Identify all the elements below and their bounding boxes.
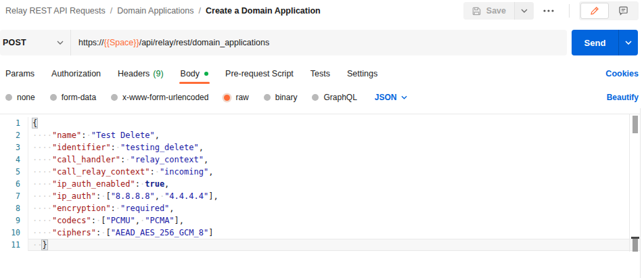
header-divider xyxy=(569,4,570,18)
method-selector[interactable]: POST xyxy=(0,30,70,55)
token-ws: ···· xyxy=(32,155,52,164)
cookies-link[interactable]: Cookies xyxy=(605,69,639,78)
matched-bracket: } xyxy=(42,240,47,250)
code-line[interactable]: ····"call_handler":·"relay_context", xyxy=(28,154,640,166)
body-type-binary[interactable]: binary xyxy=(264,93,298,102)
body-code-editor[interactable]: 1{2····"name":·"Test Delete",3····"ident… xyxy=(0,114,640,252)
tab-label: Pre-request Script xyxy=(225,69,294,78)
page-edge-divider xyxy=(640,108,641,278)
body-type-label: x-www-form-urlencoded xyxy=(122,93,208,102)
code-line[interactable]: ····"call_relay_context":·"incoming", xyxy=(28,166,640,178)
token-str: "testing_delete" xyxy=(120,143,199,152)
code-line[interactable]: { xyxy=(28,117,640,129)
line-number: 6 xyxy=(0,178,28,190)
tab-label: Tests xyxy=(310,69,330,78)
tab-label: Body xyxy=(181,69,200,78)
body-type-raw[interactable]: raw xyxy=(223,93,248,102)
documentation-edit-button[interactable] xyxy=(580,3,609,19)
token-punc: , xyxy=(204,155,208,164)
editor-line: 9····"codecs":·["PCMU",·"PCMA"], xyxy=(0,214,640,227)
body-type-label: form-data xyxy=(62,93,96,102)
body-type-options: noneform-datax-www-form-urlencodedrawbin… xyxy=(5,93,357,102)
comments-button[interactable] xyxy=(609,3,637,19)
token-str: "8.8.8.8" xyxy=(111,191,155,201)
token-str: "4.4.4.4" xyxy=(164,191,208,201)
code-line[interactable]: ··} xyxy=(28,239,640,251)
token-key: "name" xyxy=(52,131,81,140)
url-input[interactable]: https://{{Space}}/api/relay/rest/domain_… xyxy=(71,38,567,47)
token-key: "identifier" xyxy=(52,143,111,152)
code-line[interactable]: ····"codecs":·["PCMU",·"PCMA"], xyxy=(28,214,640,227)
line-number: 7 xyxy=(0,190,28,202)
line-number: 2 xyxy=(0,129,28,141)
code-line[interactable]: ····"ip_auth_enabled":·true, xyxy=(28,178,640,190)
tab-params[interactable]: Params xyxy=(5,63,34,85)
line-number: 5 xyxy=(0,166,28,178)
editor-line: 8····"encryption":·"required", xyxy=(0,202,640,214)
save-button[interactable]: Save xyxy=(463,2,514,20)
body-type-label: GraphQL xyxy=(323,93,356,102)
token-ws: ···· xyxy=(32,167,52,177)
tab-body[interactable]: Body xyxy=(181,63,209,85)
body-type-label: raw xyxy=(235,93,248,102)
breadcrumb-item[interactable]: Create a Domain Application xyxy=(206,6,321,16)
token-punc: [ xyxy=(106,228,110,237)
body-type-label: none xyxy=(17,93,35,102)
token-str: "required" xyxy=(120,204,169,213)
body-type-form-data[interactable]: form-data xyxy=(50,93,96,102)
token-key: "call_relay_context" xyxy=(52,167,150,177)
chevron-down-icon xyxy=(521,9,528,13)
token-punc: [ xyxy=(106,191,110,201)
page-scrollbar-thumb[interactable] xyxy=(632,239,638,252)
breadcrumb-item[interactable]: Relay REST API Requests xyxy=(5,6,106,16)
breadcrumb-item[interactable]: Domain Applications xyxy=(117,6,193,16)
body-type-graphql[interactable]: GraphQL xyxy=(312,93,356,102)
code-line[interactable]: ····"encryption":·"required", xyxy=(28,202,640,214)
token-punc: ] xyxy=(208,228,213,237)
request-tabs: ParamsAuthorizationHeaders(9)BodyPre-req… xyxy=(5,63,639,85)
token-str: "AEAD_AES_256_GCM_8" xyxy=(111,228,209,237)
token-punc: ], xyxy=(175,216,184,225)
tab-pre-request-script[interactable]: Pre-request Script xyxy=(225,63,294,85)
token-ws: ···· xyxy=(32,191,52,201)
token-ws: ···· xyxy=(32,131,52,140)
token-punc: , xyxy=(155,191,160,201)
line-number: 1 xyxy=(0,117,28,129)
send-button[interactable]: Send xyxy=(572,30,618,55)
body-type-x-www-form-urlencoded[interactable]: x-www-form-urlencoded xyxy=(111,93,208,102)
editor-line: 7····"ip_auth":·["8.8.8.8",·"4.4.4.4"], xyxy=(0,190,640,202)
code-line[interactable]: ····"ip_auth":·["8.8.8.8",·"4.4.4.4"], xyxy=(28,190,640,202)
token-punc: : xyxy=(150,167,154,177)
code-line[interactable]: ····"identifier":·"testing_delete", xyxy=(28,141,640,154)
save-options-button[interactable] xyxy=(515,2,534,20)
token-ws: · xyxy=(116,204,120,213)
beautify-link[interactable]: Beautify xyxy=(607,93,639,102)
token-punc: , xyxy=(199,143,204,152)
code-line[interactable]: ····"name":·"Test Delete", xyxy=(28,129,640,141)
save-button-group: Save xyxy=(463,2,534,20)
body-type-none[interactable]: none xyxy=(5,93,35,102)
token-ws: ·· xyxy=(32,240,42,250)
token-key: "encryption" xyxy=(52,204,111,213)
send-options-button[interactable] xyxy=(618,30,638,55)
editor-line: 11··} xyxy=(0,239,640,251)
right-panel-toggle-group xyxy=(579,1,639,20)
tab-count-badge: (9) xyxy=(153,69,163,78)
tab-headers[interactable]: Headers(9) xyxy=(118,63,164,85)
radio-icon xyxy=(111,94,118,101)
language-selector[interactable]: JSON xyxy=(375,93,407,102)
tab-tests[interactable]: Tests xyxy=(310,63,330,85)
more-options-button[interactable] xyxy=(538,2,559,20)
language-label: JSON xyxy=(375,93,397,102)
editor-scrollbar-thumb[interactable] xyxy=(632,116,638,133)
comment-icon xyxy=(618,6,628,16)
code-line[interactable]: ····"ciphers":·["AEAD_AES_256_GCM_8"] xyxy=(28,227,640,239)
tab-authorization[interactable]: Authorization xyxy=(51,63,101,85)
editor-line: 4····"call_handler":·"relay_context", xyxy=(0,154,640,166)
editor-line: 6····"ip_auth_enabled":·true, xyxy=(0,178,640,190)
tab-settings[interactable]: Settings xyxy=(347,63,377,85)
token-punc: : xyxy=(111,143,116,152)
more-options-icon xyxy=(543,9,554,12)
line-number: 4 xyxy=(0,154,28,166)
token-punc: ], xyxy=(208,191,218,201)
